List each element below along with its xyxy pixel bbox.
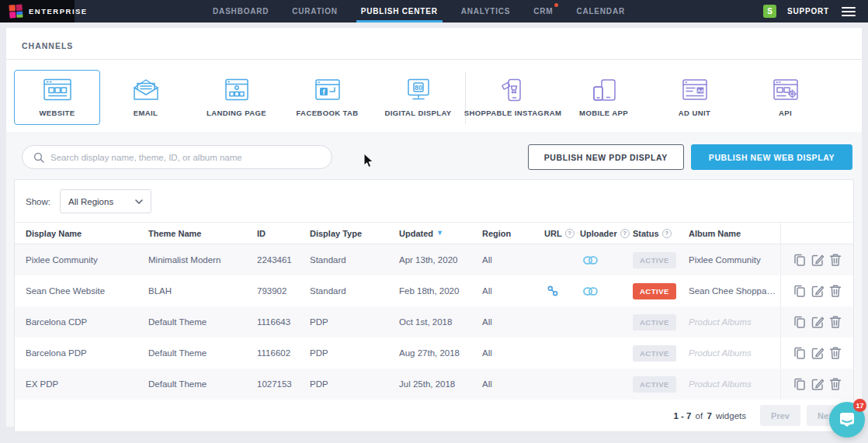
cell-updated: Feb 18th, 2020 [399, 286, 482, 296]
nav-item-calendar[interactable]: CALENDAR [576, 0, 625, 22]
publish-new-pdp-display-button[interactable]: PUBLISH NEW PDP DISPLAY [528, 144, 684, 170]
table-row[interactable]: Barcelona PDPDefault Theme1116602PDPAug … [15, 337, 853, 369]
search-input[interactable] [50, 153, 321, 162]
primary-nav: DASHBOARDCURATIONPUBLISH CENTERANALYTICS… [75, 0, 763, 22]
copy-display-button[interactable] [793, 346, 806, 360]
delete-display-button[interactable] [829, 346, 842, 360]
cell-theme-name: Default Theme [148, 348, 257, 358]
column-header-theme-name: Theme Name [148, 229, 257, 238]
channel-tile-email[interactable]: EMAIL [100, 70, 191, 125]
channel-tile-website[interactable]: WEBSITE [14, 70, 100, 125]
edit-display-button[interactable] [811, 377, 825, 391]
column-header-updated[interactable]: Updated▼ [399, 229, 482, 238]
row-actions [780, 369, 853, 400]
copy-display-button[interactable] [793, 284, 806, 298]
channel-tile-api[interactable]: API [740, 70, 831, 125]
url-link-icon[interactable] [547, 286, 558, 296]
nav-item-publish-center[interactable]: PUBLISH CENTER [361, 0, 438, 22]
status-badge: ACTIVE [633, 314, 676, 331]
channel-label: SHOPPABLE INSTAGRAM [464, 109, 561, 117]
region-filter-select[interactable]: All Regions [60, 189, 151, 213]
copy-display-button[interactable] [793, 315, 806, 329]
nav-item-curation[interactable]: CURATION [292, 0, 337, 22]
help-icon[interactable]: ? [662, 229, 672, 238]
column-header-label: Theme Name [148, 229, 201, 238]
search-box[interactable] [22, 145, 332, 169]
pixlee-logo-icon [9, 4, 23, 18]
nav-item-analytics[interactable]: ANALYTICS [461, 0, 511, 22]
edit-display-button[interactable] [811, 284, 825, 298]
channel-label: MOBILE APP [579, 109, 628, 117]
copy-display-button[interactable] [793, 253, 806, 267]
cell-uploader[interactable] [580, 287, 633, 296]
edit-display-button[interactable] [811, 315, 825, 329]
copy-display-button[interactable] [793, 377, 806, 391]
channel-tile-ad-unit[interactable]: AdAD UNIT [649, 70, 740, 125]
channel-label: EMAIL [134, 109, 158, 117]
channels-header: CHANNELS [6, 28, 862, 60]
cell-region: All [482, 317, 544, 327]
cell-status: ACTIVE [633, 314, 689, 331]
pagination-range: 1 - 7 [673, 411, 691, 421]
cell-updated: Apr 13th, 2020 [399, 255, 482, 265]
uploader-link-icon[interactable] [583, 287, 598, 296]
hamburger-menu-icon[interactable] [840, 4, 857, 19]
cell-display-type: PDP [310, 348, 399, 358]
cell-region: All [482, 286, 544, 296]
channel-label: API [779, 109, 792, 117]
status-badge: ACTIVE [633, 252, 676, 268]
user-avatar[interactable]: S [763, 5, 776, 18]
channel-tile-landing-page[interactable]: LANDING PAGE [191, 70, 282, 125]
help-icon[interactable]: ? [565, 229, 575, 238]
table-row[interactable]: EX PDPDefault Theme1027153PDPJul 25th, 2… [15, 369, 853, 400]
channel-tile-digital-display[interactable]: 80DIGITAL DISPLAY [373, 70, 464, 125]
column-header-actions [780, 223, 853, 244]
prev-page-button[interactable]: Prev [760, 405, 800, 426]
cell-region: All [482, 379, 544, 389]
table-row[interactable]: Sean Chee WebsiteBLAH793902StandardFeb 1… [15, 275, 853, 306]
support-link[interactable]: SUPPORT [787, 7, 829, 16]
column-header-display-type: Display Type [310, 229, 399, 238]
cell-url[interactable] [544, 286, 580, 296]
status-badge: ACTIVE [633, 376, 676, 393]
channel-tile-shoppable-instagram[interactable]: SHOPPABLE INSTAGRAM [467, 70, 558, 125]
sort-descending-icon[interactable]: ▼ [436, 230, 443, 237]
row-actions [780, 244, 853, 275]
table-header-row: Display NameTheme NameIDDisplay TypeUpda… [15, 222, 853, 244]
nav-item-dashboard[interactable]: DASHBOARD [213, 0, 269, 22]
uploader-link-icon[interactable] [583, 256, 598, 265]
notification-dot [554, 3, 558, 7]
channel-tile-facebook-tab[interactable]: fFACEBOOK TAB [282, 70, 373, 125]
table-row[interactable]: Pixlee CommunityMinimalist Modern2243461… [15, 244, 853, 275]
cell-album-name: Sean Chee Shoppable ... [689, 286, 780, 296]
channels-row: WEBSITEEMAILLANDING PAGEfFACEBOOK TAB80D… [6, 60, 862, 136]
cell-theme-name: Default Theme [148, 317, 257, 327]
edit-display-button[interactable] [811, 253, 825, 267]
table-row[interactable]: Barcelona CDPDefault Theme1116643PDPOct … [15, 306, 853, 337]
delete-display-button[interactable] [829, 377, 842, 391]
nav-item-crm[interactable]: CRM [533, 0, 553, 22]
cell-display-name: Sean Chee Website [26, 286, 148, 296]
cell-display-name: Barcelona CDP [26, 317, 148, 327]
help-icon[interactable]: ? [620, 229, 630, 238]
publish-new-web-display-button[interactable]: PUBLISH NEW WEB DISPLAY [691, 144, 852, 170]
row-actions [780, 337, 853, 369]
delete-display-button[interactable] [829, 284, 842, 298]
pagination-summary: 1 - 7 of 7 widgets [673, 411, 746, 421]
cell-theme-name: Minimalist Modern [148, 255, 257, 265]
pagination-of: of [696, 411, 703, 421]
brand-logo[interactable]: ENTERPRISE [0, 0, 75, 22]
delete-display-button[interactable] [829, 253, 842, 267]
svg-text:80: 80 [414, 84, 422, 92]
channel-label: LANDING PAGE [207, 109, 266, 117]
delete-display-button[interactable] [829, 315, 842, 329]
cell-status: ACTIVE [633, 345, 689, 362]
ad-unit-icon: Ad [679, 78, 710, 102]
cell-updated: Aug 27th, 2018 [399, 348, 482, 358]
edit-display-button[interactable] [811, 346, 825, 360]
column-header-id: ID [257, 229, 310, 238]
chat-launcher-button[interactable]: 17 [829, 402, 865, 438]
cell-uploader[interactable] [580, 256, 633, 265]
toolbar-row: PUBLISH NEW PDP DISPLAY PUBLISH NEW WEB … [6, 132, 862, 179]
channel-tile-mobile-app[interactable]: MOBILE APP [558, 70, 649, 125]
